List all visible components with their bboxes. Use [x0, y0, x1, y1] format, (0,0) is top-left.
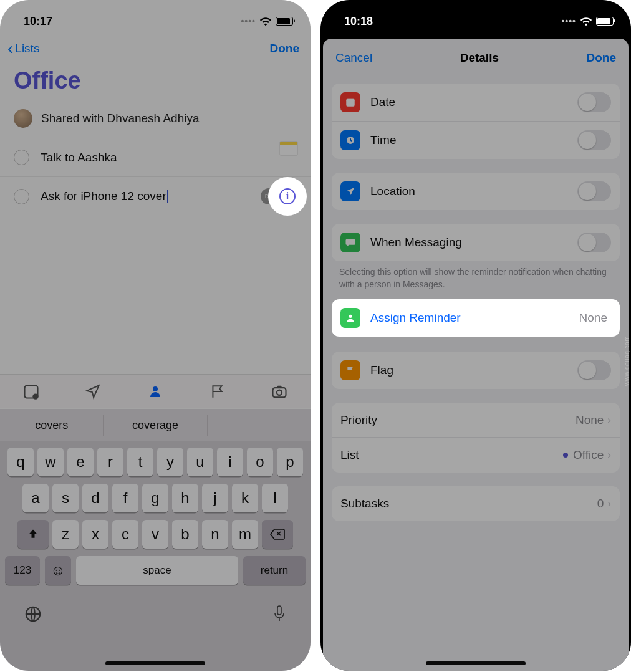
location-arrow-icon[interactable]: [84, 382, 102, 401]
key-h[interactable]: h: [172, 484, 198, 512]
back-button[interactable]: ‹ Lists: [7, 40, 39, 57]
list-title: Office: [0, 65, 311, 105]
key-z[interactable]: z: [52, 520, 79, 549]
key-j[interactable]: j: [202, 484, 228, 512]
time-row[interactable]: Time: [332, 122, 620, 159]
key-w[interactable]: w: [37, 448, 64, 476]
shared-with-row[interactable]: Shared with Dhvanesh Adhiya: [0, 105, 311, 138]
key-q[interactable]: q: [7, 448, 34, 476]
key-u[interactable]: u: [187, 448, 213, 476]
reminder-text[interactable]: Talk to Aashka: [41, 151, 299, 165]
key-i[interactable]: i: [217, 448, 243, 476]
assign-reminder-row[interactable]: Assign Reminder None: [332, 299, 620, 337]
key-g[interactable]: g: [142, 484, 168, 512]
toggle[interactable]: [577, 130, 611, 150]
key-k[interactable]: k: [232, 484, 258, 512]
cell-label: Subtasks: [340, 497, 597, 511]
key-a[interactable]: a: [22, 484, 49, 512]
mic-icon[interactable]: [272, 605, 287, 626]
key-v[interactable]: v: [142, 520, 168, 549]
person-icon[interactable]: [146, 382, 165, 401]
avatar: [14, 109, 32, 128]
key-t[interactable]: t: [127, 448, 153, 476]
cancel-button[interactable]: Cancel: [335, 51, 372, 65]
status-bar: 10:18 ••••: [320, 0, 631, 34]
battery-icon: [596, 17, 614, 26]
home-indicator[interactable]: [105, 661, 205, 665]
key-e[interactable]: e: [67, 448, 94, 476]
key-n[interactable]: n: [202, 520, 228, 549]
list-row[interactable]: List Office ›: [332, 438, 620, 473]
return-key[interactable]: return: [243, 556, 306, 585]
key-m[interactable]: m: [232, 520, 258, 549]
done-button[interactable]: Done: [270, 42, 300, 55]
key-s[interactable]: s: [52, 484, 79, 512]
svg-point-4: [277, 390, 282, 395]
numbers-key[interactable]: 123: [5, 556, 40, 585]
cell-value: 0: [597, 497, 604, 511]
suggestion[interactable]: covers: [0, 415, 104, 436]
cell-label: When Messaging: [370, 236, 577, 249]
globe-icon[interactable]: [24, 605, 42, 626]
flag-icon[interactable]: [208, 382, 227, 401]
key-f[interactable]: f: [112, 484, 138, 512]
key-y[interactable]: y: [157, 448, 183, 476]
key-c[interactable]: c: [112, 520, 138, 549]
key-x[interactable]: x: [82, 520, 108, 549]
nav-bar: ‹ Lists Done: [0, 34, 311, 65]
toggle[interactable]: [577, 233, 611, 252]
done-button[interactable]: Done: [587, 51, 617, 65]
cell-label: Time: [370, 133, 577, 147]
cell-value: None: [579, 311, 607, 325]
battery-icon: [276, 17, 293, 26]
key-d[interactable]: d: [82, 484, 108, 512]
key-b[interactable]: b: [172, 520, 198, 549]
keyboard: q w e r t y u i o p a s d f g h j k l z …: [0, 441, 311, 671]
section-flag: Flag: [332, 352, 620, 389]
key-p[interactable]: p: [277, 448, 303, 476]
space-key[interactable]: space: [76, 556, 238, 585]
svg-rect-3: [273, 388, 286, 397]
calendar-icon[interactable]: [22, 382, 41, 401]
status-icons: ••••: [241, 16, 293, 26]
messaging-row[interactable]: When Messaging: [332, 224, 620, 261]
suggestion-empty: [208, 421, 311, 429]
details-sheet: Cancel Details Done Date Time Location: [323, 39, 629, 671]
toggle[interactable]: [577, 360, 611, 380]
home-indicator[interactable]: [426, 661, 526, 665]
clock-icon: [340, 130, 360, 150]
reminders-list-screen: 10:17 •••• ‹ Lists Done Office Shared wi…: [0, 0, 311, 671]
assign-reminder-highlight: Assign Reminder None: [332, 299, 620, 337]
clock: 10:17: [24, 15, 52, 28]
cell-value: None: [576, 413, 604, 427]
camera-icon[interactable]: [270, 382, 289, 401]
messaging-footer: Selecting this option will show the remi…: [323, 266, 629, 299]
reminder-text-input[interactable]: Ask for iPhone 12 cover: [41, 190, 261, 203]
subtasks-row[interactable]: Subtasks 0 ›: [332, 486, 620, 521]
toggle[interactable]: [577, 92, 611, 112]
section-priority-list: Priority None › List Office ›: [332, 403, 620, 473]
reminder-item[interactable]: Talk to Aashka: [0, 138, 311, 177]
chevron-right-icon: ›: [607, 449, 611, 461]
delete-key[interactable]: [262, 520, 293, 549]
complete-circle[interactable]: [14, 189, 29, 204]
wifi-icon: [580, 17, 592, 26]
complete-circle[interactable]: [14, 150, 29, 165]
key-l[interactable]: l: [262, 484, 288, 512]
flag-row[interactable]: Flag: [332, 352, 620, 389]
location-row[interactable]: Location: [332, 173, 620, 210]
shift-key[interactable]: [17, 520, 49, 549]
section-location: Location: [332, 173, 620, 210]
toggle[interactable]: [577, 181, 611, 201]
date-row[interactable]: Date: [332, 84, 620, 122]
suggestion[interactable]: coverage: [104, 415, 207, 436]
key-o[interactable]: o: [247, 448, 273, 476]
calendar-icon: [340, 92, 360, 112]
priority-row[interactable]: Priority None ›: [332, 403, 620, 438]
chevron-right-icon: ›: [607, 497, 611, 510]
emoji-key[interactable]: ☺: [45, 556, 71, 585]
info-icon[interactable]: i: [279, 188, 296, 204]
keyboard-suggestions: covers coverage: [0, 409, 311, 441]
reminder-item-editing[interactable]: Ask for iPhone 12 cover DB i: [0, 177, 311, 216]
key-r[interactable]: r: [97, 448, 123, 476]
